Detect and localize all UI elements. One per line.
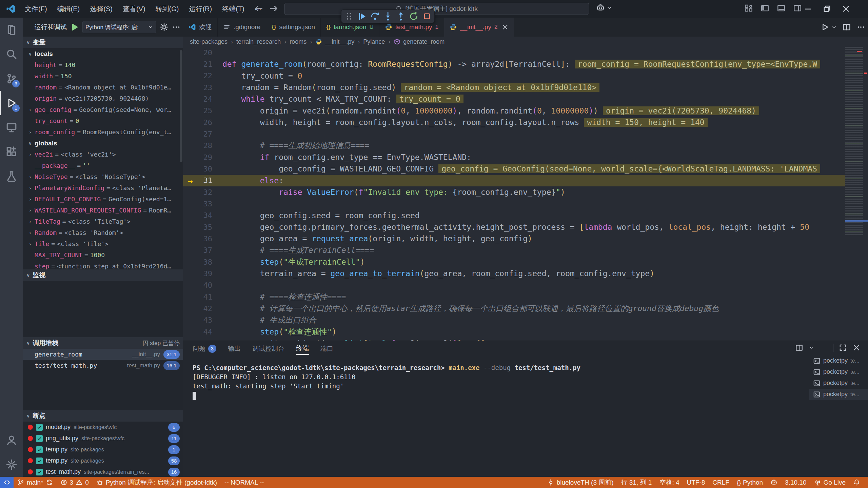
line-number[interactable]: 32 — [183, 188, 222, 197]
variable-row[interactable]: ›Tile=<class 'Tile'> — [26, 238, 183, 249]
start-debug-button[interactable] — [70, 23, 79, 32]
code-editor[interactable]: 2021def generate_room(room_config: RoomR… — [183, 47, 845, 341]
activitybar-run-debug[interactable]: 1 — [0, 91, 23, 115]
status-item[interactable]: 3.10.10 — [781, 477, 810, 488]
line-number[interactable]: 23 — [183, 83, 222, 92]
code-line-41[interactable]: 41 # ====检查连通性==== — [183, 291, 845, 303]
code-line-29[interactable]: 29 if room_config.env_type == EnvType.WA… — [183, 151, 845, 163]
close-tab-icon[interactable] — [502, 24, 509, 30]
variable-row[interactable]: ›room_config=RoomRequestConfig(env_t… — [26, 126, 183, 138]
line-number[interactable]: 35 — [183, 223, 222, 231]
code-line-45[interactable]: 45 exit_combinations:list[tuple[vec2i, v… — [183, 338, 845, 341]
variable-row[interactable]: random=<Random object at 0x1bf9d01e… — [26, 82, 183, 93]
code-line-44[interactable]: 44 step("检查连通性") — [183, 326, 845, 338]
menu-item[interactable]: 编辑(E) — [52, 2, 85, 16]
variables-header[interactable]: ∨变量 — [23, 37, 183, 48]
breakpoint-row[interactable]: test_math.pysite-packages\terrain_res...… — [23, 466, 183, 477]
variable-row[interactable]: height=140 — [26, 59, 183, 70]
line-number[interactable]: 33 — [183, 200, 222, 208]
activitybar-extensions[interactable] — [0, 140, 23, 164]
variable-row[interactable]: ›Random=<class 'Random'> — [26, 227, 183, 238]
breakpoint-row[interactable]: temp.pysite-packages1 — [23, 444, 183, 455]
status-item[interactable]: 行 31, 列 1 — [617, 477, 656, 488]
status-item-bell[interactable] — [849, 477, 864, 488]
play-outline-icon[interactable] — [821, 23, 829, 32]
restart-icon[interactable] — [409, 11, 418, 22]
drag-grip-icon[interactable] — [344, 11, 354, 22]
breakpoint-checkbox[interactable] — [36, 435, 43, 442]
tab-settings-json[interactable]: {}settings.json — [266, 18, 321, 37]
code-line-22[interactable]: 22 try_count = 0 — [183, 70, 845, 82]
command-center[interactable]: [扩展开发宿主] godot-ldtk — [284, 3, 589, 15]
panel-tab-问题[interactable]: 问题3 — [193, 344, 216, 354]
code-line-27[interactable]: 27 — [183, 128, 845, 140]
line-number[interactable]: 42 — [183, 304, 222, 313]
variable-row[interactable]: ›DEFAULT_GEO_CONFIG=GeoConfig(seed=1… — [26, 194, 183, 205]
callstack-frame[interactable]: test/test_math.pytest_math.py16:1 — [23, 360, 183, 371]
tab--gdignore[interactable]: .gdignore — [218, 18, 266, 37]
breakpoint-checkbox[interactable] — [36, 424, 43, 431]
variable-scope-globals[interactable]: ∨globals — [26, 138, 183, 149]
line-number[interactable]: 25 — [183, 106, 222, 115]
toggle-sidebar-icon[interactable] — [761, 4, 769, 13]
more-actions-icon[interactable] — [172, 23, 181, 32]
line-number[interactable]: 36 — [183, 235, 222, 243]
step-into-icon[interactable] — [383, 11, 393, 22]
step-over-icon[interactable] — [370, 11, 380, 22]
menu-item[interactable]: 文件(F) — [20, 2, 52, 16]
status-item-branch[interactable]: main* — [14, 477, 57, 488]
code-line-30[interactable]: 30 geo_config = WASTELAND_GEO_CONFIGgeo_… — [183, 163, 845, 175]
continue-icon[interactable] — [357, 11, 367, 22]
gear-icon[interactable] — [160, 23, 169, 32]
line-number[interactable]: 22 — [183, 72, 222, 80]
line-number[interactable]: 38 — [183, 258, 222, 266]
chevron-down-icon[interactable] — [831, 23, 837, 32]
more-actions-icon[interactable] — [820, 344, 828, 352]
stop-icon[interactable] — [422, 11, 432, 22]
line-number[interactable]: 43 — [183, 316, 222, 324]
breadcrumb-item[interactable]: __init__.py — [325, 38, 354, 45]
status-item-error[interactable]: 30 — [57, 477, 93, 488]
code-line-40[interactable]: 40 — [183, 280, 845, 291]
code-line-20[interactable]: 20 — [183, 47, 845, 58]
status-item[interactable]: 空格: 4 — [655, 477, 683, 488]
status-item[interactable]: -- NORMAL -- — [221, 477, 268, 488]
variable-scope-locals[interactable]: ∨locals — [26, 48, 183, 59]
arrow-right-icon[interactable] — [269, 3, 279, 14]
line-number[interactable]: 34 — [183, 211, 222, 220]
debug-config-select[interactable]: Python 调试程序: 启: — [82, 21, 156, 33]
variable-row[interactable]: width=150 — [26, 70, 183, 82]
code-line-37[interactable]: 37 # ====生成TerrainCell==== — [183, 245, 845, 256]
status-item-bug[interactable]: Python 调试程序: 启动文件 (godot-ldtk) — [93, 477, 221, 488]
variable-row[interactable]: ›NoiseType=<class 'NoiseType'> — [26, 171, 183, 182]
maximize-panel-icon[interactable] — [839, 344, 847, 352]
variable-row[interactable]: ›PlanetaryWindConfig=<class 'Planeta… — [26, 182, 183, 194]
tab--[interactable]: 欢迎 — [183, 18, 218, 37]
line-number[interactable]: →31 — [183, 176, 222, 185]
panel-tab-调试控制台[interactable]: 调试控制台 — [252, 344, 284, 354]
code-line-43[interactable]: 43 # 生成出口组合 — [183, 314, 845, 326]
editor-scrollbar[interactable] — [863, 47, 868, 341]
status-item[interactable]: CRLF — [709, 477, 733, 488]
code-line-34[interactable]: 34 geo_config.seed = room_config.seed — [183, 210, 845, 221]
breadcrumb-item[interactable]: terrain_research — [236, 38, 281, 45]
code-line-36[interactable]: 36 geo_area = request_area(origin, width… — [183, 233, 845, 244]
code-line-35[interactable]: 35 geo_config.primary_forces.geothermal_… — [183, 221, 845, 233]
code-line-42[interactable]: 42 # 计算每一个出口的中心，然后使用astar生成路径，确保每一个出口组合都… — [183, 303, 845, 314]
line-number[interactable]: 30 — [183, 165, 222, 173]
code-line-23[interactable]: 23 random = Random(room_config.seed)rand… — [183, 82, 845, 93]
breadcrumb-item[interactable]: Pylance — [363, 38, 385, 45]
code-line-32[interactable]: 32 raise ValueError(f"Invalid env type: … — [183, 186, 845, 198]
terminal-session[interactable]: pocketpyte... — [809, 378, 868, 389]
variable-row[interactable]: ›WASTELAND_ROOM_REQUEST_CONFIG=RoomR… — [26, 205, 183, 216]
variable-row[interactable]: __package__='' — [26, 160, 183, 171]
code-line-31[interactable]: →31 else: — [183, 175, 845, 186]
minimize-icon[interactable] — [804, 4, 812, 13]
code-line-28[interactable]: 28 # ====生成初始地理信息==== — [183, 140, 845, 151]
breakpoint-checkbox[interactable] — [36, 446, 43, 453]
line-number[interactable]: 27 — [183, 130, 222, 138]
activitybar-testing[interactable] — [0, 164, 23, 188]
code-line-25[interactable]: 25 origin = vec2i(random.randint(0, 1000… — [183, 105, 845, 117]
variable-row[interactable]: ›geo_config=GeoConfig(seed=None, wor… — [26, 104, 183, 115]
code-line-38[interactable]: 38 step("生成TerrainCell") — [183, 256, 845, 268]
